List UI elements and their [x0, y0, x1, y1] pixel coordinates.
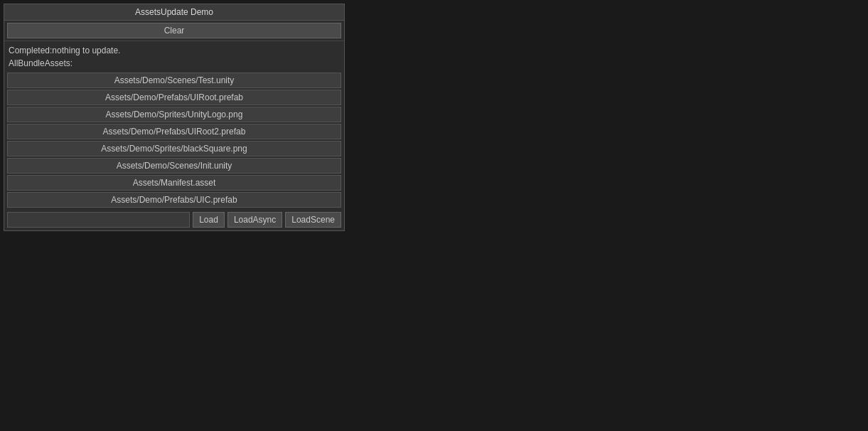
clear-button[interactable]: Clear: [7, 23, 341, 38]
list-item[interactable]: Assets/Demo/Prefabs/UIRoot2.prefab: [7, 124, 341, 139]
list-item[interactable]: Assets/Demo/Prefabs/UIC.prefab: [7, 192, 341, 208]
list-item[interactable]: Assets/Demo/Sprites/blackSquare.png: [7, 141, 341, 156]
list-item[interactable]: Assets/Demo/Sprites/UnityLogo.png: [7, 107, 341, 122]
load-scene-button[interactable]: LoadScene: [285, 212, 341, 228]
load-async-button[interactable]: LoadAsync: [227, 212, 282, 228]
bottom-row: Load LoadAsync LoadScene: [4, 209, 344, 230]
load-button[interactable]: Load: [193, 212, 225, 228]
asset-list: Assets/Demo/Scenes/Test.unityAssets/Demo…: [4, 71, 344, 209]
status-text: Completed:nothing to update.: [4, 41, 344, 57]
list-item[interactable]: Assets/Demo/Prefabs/UIRoot.prefab: [7, 90, 341, 105]
list-item[interactable]: Assets/Demo/Scenes/Test.unity: [7, 73, 341, 88]
panel-title: AssetsUpdate Demo: [4, 4, 344, 21]
list-item[interactable]: Assets/Demo/Scenes/Init.unity: [7, 158, 341, 174]
clear-btn-row: Clear: [4, 21, 344, 41]
main-panel: AssetsUpdate Demo Clear Completed:nothin…: [4, 4, 345, 231]
all-bundle-label: AllBundleAssets:: [4, 57, 344, 71]
list-item[interactable]: Assets/Manifest.asset: [7, 175, 341, 191]
asset-input[interactable]: [7, 212, 190, 228]
